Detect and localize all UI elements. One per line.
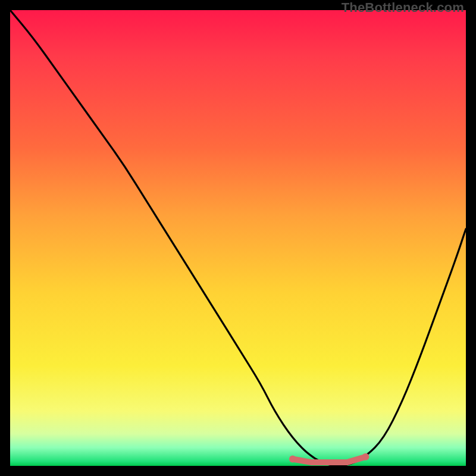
curve-layer <box>10 10 466 466</box>
chart-frame: TheBottleneck.com <box>0 0 476 476</box>
watermark-text: TheBottleneck.com <box>342 0 464 15</box>
marker-endpoint-right <box>362 453 369 461</box>
bottleneck-curve <box>10 10 466 466</box>
plot-area <box>10 10 466 466</box>
marker-endpoint-left <box>289 456 296 463</box>
optimal-range-marker <box>293 457 366 462</box>
